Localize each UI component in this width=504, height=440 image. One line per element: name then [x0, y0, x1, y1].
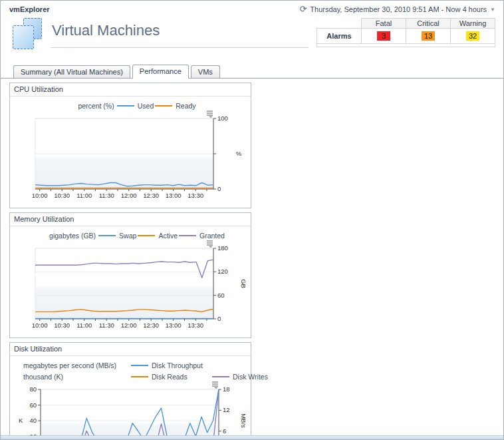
svg-text:%: %	[236, 150, 242, 157]
legend-item-label: Ready	[176, 102, 195, 110]
chart-options-icon[interactable]	[205, 240, 215, 248]
virtual-machines-icon	[12, 18, 44, 50]
panel-title: CPU Utilization	[10, 83, 251, 97]
svg-text:0: 0	[217, 185, 221, 192]
time-range-icon: ⟳	[299, 6, 307, 13]
svg-text:40: 40	[29, 417, 37, 424]
alarms-col-critical: Critical	[406, 19, 451, 29]
tab-bar: Summary (All Virtual Machines) Performan…	[1, 59, 503, 79]
svg-text:12:00: 12:00	[121, 322, 137, 329]
svg-text:11:30: 11:30	[99, 322, 114, 329]
alarms-row-label: Alarms	[317, 29, 362, 44]
svg-text:11:00: 11:00	[76, 192, 92, 199]
cpu-utilization-panel: CPU Utilization percent (%)UsedReady 010…	[9, 83, 251, 208]
svg-text:10:30: 10:30	[54, 192, 70, 199]
warning-alarm-badge[interactable]: 32	[466, 31, 479, 41]
svg-text:120: 120	[217, 268, 228, 275]
svg-text:0: 0	[217, 315, 221, 322]
legend-line-swatch	[212, 376, 229, 377]
page-title: Virtual Machines	[52, 22, 160, 39]
chart-legend: gigabytes (GB)SwapActiveGranted	[23, 230, 251, 241]
panel-title: Disk Utilization	[10, 343, 251, 356]
svg-text:10:00: 10:00	[32, 192, 48, 199]
svg-text:18: 18	[223, 385, 230, 393]
legend-unit-label: gigabytes (GB)	[49, 232, 96, 240]
chart-legend: percent (%)UsedReady	[23, 100, 251, 111]
legend-unit-label: thousand (K)	[23, 373, 128, 381]
vmexplorer-page: vmExplorer ⟳ Thursday, September 30, 201…	[0, 0, 504, 440]
legend-item-label: Disk Reads	[152, 373, 188, 381]
svg-text:12:30: 12:30	[143, 322, 159, 329]
app-title: vmExplorer	[9, 5, 50, 13]
legend-item-label: Swap	[119, 232, 136, 240]
chevron-down-icon: ▼	[490, 7, 495, 13]
tab-performance[interactable]: Performance	[132, 65, 189, 79]
tab-vms[interactable]: VMs	[191, 65, 220, 78]
svg-text:60: 60	[217, 292, 225, 299]
legend-item-label: Granted	[199, 232, 225, 240]
time-range-selector[interactable]: ⟳ Thursday, September 30, 2010 9:51 AM -…	[299, 5, 495, 13]
chart-options-icon[interactable]	[211, 381, 220, 389]
legend-item-label: Used	[138, 102, 154, 110]
tab-summary[interactable]: Summary (All Virtual Machines)	[13, 65, 130, 78]
legend-line-swatch	[131, 365, 148, 366]
legend-item: Used	[116, 102, 154, 110]
svg-text:180: 180	[217, 244, 228, 252]
legend-line-swatch	[138, 235, 155, 236]
charts-grid: CPU Utilization percent (%)UsedReady 010…	[1, 79, 503, 440]
chart-canvas: 020406080K061218MB/s10:0010:3011:0011:30…	[13, 383, 245, 440]
svg-text:12:00: 12:00	[121, 192, 137, 199]
svg-text:100: 100	[217, 114, 228, 122]
critical-alarm-badge[interactable]: 13	[422, 31, 435, 41]
top-bar: vmExplorer ⟳ Thursday, September 30, 201…	[1, 1, 503, 15]
legend-item: Disk Writes	[211, 373, 292, 381]
disk-utilization-panel: Disk Utilization megabytes per second (M…	[9, 342, 251, 440]
chart-options-icon[interactable]	[205, 110, 215, 118]
legend-line-swatch	[179, 235, 196, 236]
page-header: Virtual Machines Fatal Critical Warning …	[1, 15, 503, 59]
legend-line-swatch	[98, 235, 116, 236]
alarms-col-fatal: Fatal	[362, 19, 406, 29]
svg-text:10:30: 10:30	[54, 322, 70, 329]
chart-canvas: 060120180GB10:0010:3011:0011:3012:0012:3…	[13, 242, 245, 330]
memory-utilization-panel: Memory Utilization gigabytes (GB)SwapAct…	[9, 212, 251, 338]
svg-text:80: 80	[29, 385, 37, 393]
svg-text:10:00: 10:00	[32, 322, 48, 329]
legend-line-swatch	[117, 105, 134, 107]
svg-text:12:30: 12:30	[143, 192, 159, 199]
chart-canvas: 0100%10:0010:3011:0011:3012:0012:3013:00…	[13, 112, 245, 200]
legend-item: Swap	[97, 232, 136, 240]
legend-item: Active	[136, 232, 178, 240]
legend-line-swatch	[155, 105, 172, 107]
legend-line-swatch	[131, 376, 148, 377]
legend-item: Disk Throughput	[130, 361, 211, 369]
chart-legend: megabytes per second (MB/s)Disk Throughp…	[23, 359, 251, 382]
svg-text:11:00: 11:00	[76, 322, 92, 329]
alarms-summary: Fatal Critical Warning Alarms 3 13 32	[316, 18, 495, 47]
legend-unit-label: megabytes per second (MB/s)	[23, 361, 128, 369]
legend-item: Disk Reads	[130, 373, 211, 381]
legend-item-label: Active	[158, 232, 178, 240]
svg-text:12: 12	[223, 406, 230, 413]
svg-text:GB: GB	[240, 279, 245, 288]
legend-item-label: Disk Writes	[233, 373, 268, 381]
legend-item: Granted	[178, 232, 225, 240]
alarms-col-warning: Warning	[451, 19, 495, 29]
svg-text:K: K	[19, 417, 23, 424]
svg-text:13:00: 13:00	[166, 192, 182, 199]
legend-item: Ready	[154, 102, 195, 110]
legend-item-label: Disk Throughput	[152, 361, 203, 369]
svg-text:60: 60	[29, 401, 37, 409]
svg-text:MB/s: MB/s	[240, 413, 245, 428]
time-range-label: Thursday, September 30, 2010 9:51 AM - N…	[310, 5, 487, 13]
svg-text:13:30: 13:30	[188, 192, 203, 199]
bottom-strip	[1, 435, 503, 439]
svg-text:13:00: 13:00	[166, 322, 182, 329]
fatal-alarm-badge[interactable]: 3	[377, 31, 390, 41]
svg-text:6: 6	[223, 427, 226, 435]
svg-text:13:30: 13:30	[188, 322, 203, 329]
legend-unit-label: percent (%)	[78, 102, 114, 110]
panel-title: Memory Utilization	[10, 213, 251, 226]
svg-text:11:30: 11:30	[99, 192, 114, 199]
